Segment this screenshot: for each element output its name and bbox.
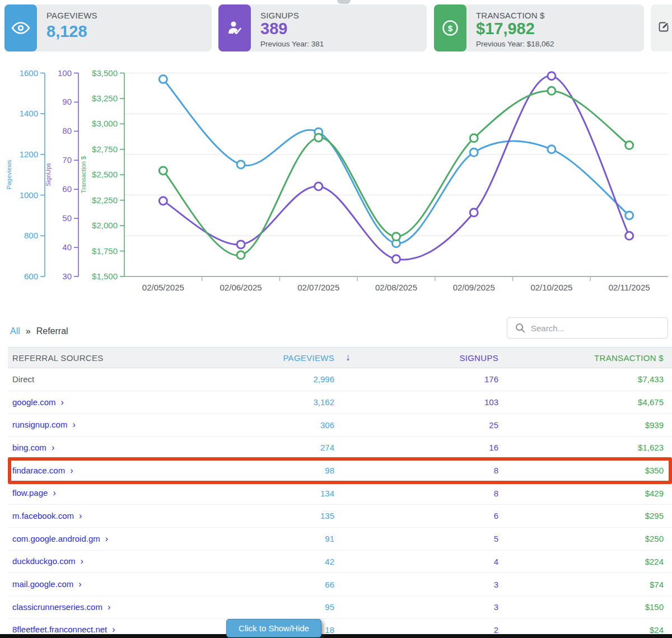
- pageviews-cell: 2,996: [174, 374, 337, 384]
- svg-text:$2,250: $2,250: [92, 195, 118, 205]
- edit-button[interactable]: [651, 4, 672, 51]
- header-pageviews[interactable]: PAGEVIEWS: [174, 353, 337, 363]
- transaction-cell: $24: [505, 625, 672, 635]
- breadcrumb: All»Referral: [10, 326, 68, 336]
- pageviews-cell: 42: [174, 557, 337, 566]
- chevron-right-icon: ›: [108, 602, 110, 612]
- referral-source-link[interactable]: flow.page: [12, 488, 48, 498]
- header-signups[interactable]: SIGNUPS: [337, 353, 505, 363]
- header-referral-sources[interactable]: REFERRAL SOURCES: [8, 353, 174, 363]
- table-row: mail.google.com›663$74: [8, 573, 672, 596]
- search-input[interactable]: [531, 323, 660, 333]
- svg-text:02/11/2025: 02/11/2025: [609, 283, 650, 292]
- table-row: m.facebook.com›1356$295: [8, 505, 672, 528]
- table-row: flow.page›1348$429: [8, 482, 672, 505]
- svg-text:$1,500: $1,500: [92, 271, 118, 281]
- pageviews-cell: 274: [174, 443, 337, 452]
- referral-source-link[interactable]: 8fleetfeet.franconnect.net: [12, 625, 107, 634]
- transaction-cell: $74: [505, 580, 672, 589]
- header-transaction[interactable]: TRANSACTION $: [505, 353, 672, 363]
- chevron-right-icon: ›: [72, 420, 75, 429]
- referral-source-link[interactable]: findarace.com: [12, 466, 65, 475]
- referral-source-link[interactable]: google.com: [12, 397, 56, 407]
- traffic-multi-axis-line-chart: 02/05/202502/06/202502/07/202502/08/2025…: [0, 53, 672, 305]
- eye-icon: [4, 4, 37, 51]
- pageviews-cell: 95: [174, 602, 337, 612]
- signups-cell: 2: [337, 625, 505, 635]
- svg-text:30: 30: [62, 271, 72, 281]
- pageviews-cell: 91: [174, 534, 337, 543]
- svg-text:600: 600: [24, 271, 38, 281]
- transaction-cell: $429: [505, 489, 672, 498]
- kpi-label: PAGEVIEWS: [46, 11, 97, 20]
- kpi-previous-year: Previous Year: 381: [260, 40, 324, 48]
- svg-text:1200: 1200: [20, 149, 38, 159]
- svg-text:02/07/2025: 02/07/2025: [297, 283, 339, 292]
- table-row: google.com›3,162103$4,675: [8, 391, 672, 414]
- search-box[interactable]: [507, 317, 668, 339]
- signups-cell: 4: [337, 557, 505, 566]
- svg-text:800: 800: [24, 231, 38, 240]
- svg-text:02/08/2025: 02/08/2025: [375, 283, 417, 292]
- signups-cell: 3: [337, 580, 505, 589]
- signups-cell: 8: [337, 489, 505, 498]
- svg-text:$: $: [448, 24, 453, 33]
- transaction-cell: $350: [505, 466, 672, 475]
- table-body: Direct2,996176$7,433google.com›3,162103$…: [8, 368, 672, 638]
- svg-text:$2,500: $2,500: [92, 170, 118, 179]
- svg-text:1600: 1600: [20, 68, 38, 78]
- table-row: classicrunnerseries.com›953$150: [8, 596, 672, 619]
- referral-source-link[interactable]: runsignup.com: [12, 420, 67, 429]
- table-row: runsignup.com›30625$939: [8, 414, 672, 437]
- referral-source-label: Direct: [12, 374, 34, 384]
- chevron-right-icon: ›: [79, 511, 82, 520]
- svg-text:02/10/2025: 02/10/2025: [530, 283, 572, 292]
- signups-cell: 5: [337, 534, 505, 543]
- svg-text:80: 80: [62, 126, 72, 135]
- svg-text:90: 90: [62, 97, 72, 106]
- kpi-previous-year: Previous Year: $18,062: [476, 40, 554, 48]
- transaction-cell: $150: [505, 602, 672, 612]
- svg-text:$3,500: $3,500: [92, 68, 118, 78]
- show-hide-button[interactable]: Click to Show/Hide: [226, 619, 321, 637]
- chevron-right-icon: ›: [78, 579, 81, 589]
- signups-cell: 8: [337, 466, 505, 475]
- transaction-cell: $4,675: [505, 397, 672, 407]
- referral-source-link[interactable]: m.facebook.com: [12, 511, 74, 520]
- referral-source-link[interactable]: bing.com: [12, 443, 46, 452]
- sort-descending-icon[interactable]: ↓: [346, 351, 351, 363]
- chevron-right-icon: ›: [81, 556, 83, 566]
- signups-cell: 16: [337, 443, 505, 452]
- svg-text:$2,000: $2,000: [92, 221, 118, 230]
- svg-text:50: 50: [62, 213, 72, 223]
- chevron-right-icon: ›: [52, 443, 54, 452]
- breadcrumb-all-link[interactable]: All: [10, 326, 20, 336]
- kpi-card-transactions: $ TRANSACTION $ $17,982 Previous Year: $…: [434, 4, 644, 51]
- transaction-cell: $250: [505, 534, 672, 543]
- transaction-cell: $1,623: [505, 443, 672, 452]
- svg-text:$3,250: $3,250: [92, 93, 118, 103]
- referral-source-link[interactable]: mail.google.com: [12, 579, 73, 589]
- pageviews-cell: 66: [174, 580, 337, 589]
- signups-cell: 103: [337, 397, 505, 407]
- svg-text:1400: 1400: [20, 109, 38, 118]
- kpi-label: TRANSACTION $: [476, 11, 545, 20]
- kpi-value: 389: [260, 20, 287, 38]
- referral-source-link[interactable]: duckduckgo.com: [12, 556, 76, 566]
- referral-source-link[interactable]: classicrunnerseries.com: [12, 602, 102, 612]
- referral-source-link[interactable]: com.google.android.gm: [12, 534, 100, 543]
- breadcrumb-current: Referral: [36, 326, 68, 336]
- pageviews-cell: 306: [174, 420, 337, 430]
- chevron-right-icon: ›: [61, 397, 64, 407]
- table-row: Direct2,996176$7,433: [8, 368, 672, 391]
- transaction-cell: $295: [505, 511, 672, 520]
- svg-text:02/05/2025: 02/05/2025: [142, 283, 184, 292]
- dollar-coin-icon: $: [434, 4, 466, 51]
- svg-text:60: 60: [62, 184, 72, 194]
- svg-text:40: 40: [62, 242, 72, 252]
- pageviews-cell: 3,162: [174, 397, 337, 407]
- kpi-card-pageviews: PAGEVIEWS 8,128: [4, 4, 212, 51]
- breadcrumb-separator: »: [26, 326, 31, 336]
- chevron-right-icon: ›: [105, 534, 108, 543]
- svg-text:Pageviews: Pageviews: [6, 160, 12, 190]
